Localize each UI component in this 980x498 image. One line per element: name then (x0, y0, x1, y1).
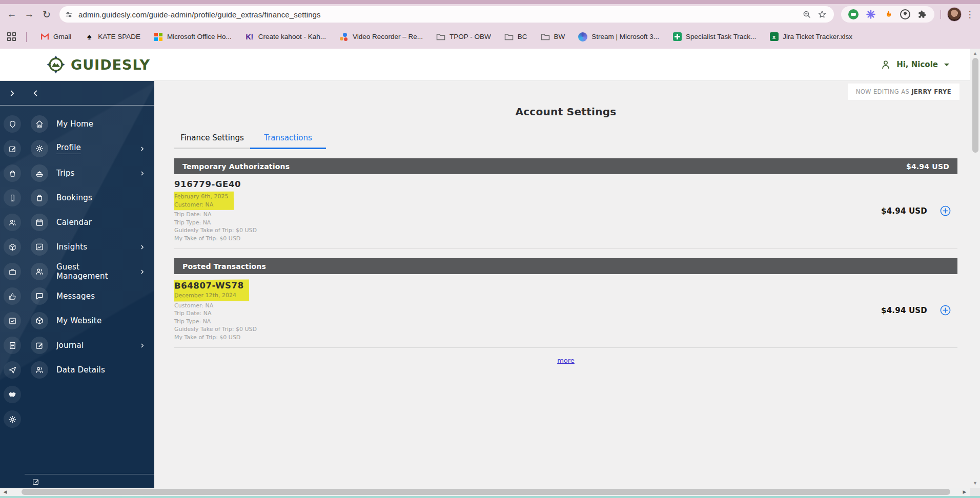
bookmark-item[interactable]: BW (541, 32, 565, 42)
folder-icon (504, 32, 514, 42)
asterisk-extension-icon[interactable] (866, 9, 876, 19)
expand-plus-icon[interactable] (940, 205, 951, 217)
chrome-menu-icon[interactable]: ⋮ (964, 9, 976, 20)
toolbar-separator (941, 10, 941, 19)
sidebar-item-profile[interactable]: Profile (25, 136, 154, 161)
address-bar[interactable]: admin.guidesly.com/guide-admin/profile/g… (59, 6, 834, 23)
horizontal-scrollbar[interactable]: ◀ ▶ (0, 488, 980, 496)
pencil-square-icon (31, 337, 48, 354)
back-icon[interactable]: ← (4, 7, 19, 22)
smartphone-icon[interactable] (3, 185, 22, 210)
zoom-search-icon[interactable] (802, 10, 811, 19)
site-info-icon[interactable] (65, 10, 73, 19)
sheets-icon (672, 32, 682, 42)
bookmark-item[interactable]: Stream | Microsoft 3... (578, 32, 659, 42)
puzzle-extensions-icon[interactable] (917, 10, 927, 19)
gear-icon[interactable] (3, 407, 22, 431)
more-link[interactable]: more (557, 357, 575, 364)
editing-as-badge: NOW EDITING ASJERRY FRYE (848, 84, 959, 100)
extensions-shelf (841, 6, 934, 23)
scroll-left-icon[interactable]: ◀ (0, 489, 10, 494)
sidebar-item-guest-management[interactable]: Guest Management (25, 259, 154, 284)
transaction-id: 916779-GE40 (174, 179, 241, 189)
scroll-right-icon[interactable]: ▶ (959, 489, 970, 494)
chart-icon (31, 238, 48, 256)
transaction-customer: Customer: NA (174, 200, 213, 209)
sidebar-bottom-item[interactable] (25, 474, 154, 488)
flame-extension-icon[interactable] (883, 10, 893, 19)
shopping-bag-icon[interactable] (3, 161, 22, 185)
transaction-guidesly-take: Guidesly Take of Trip: $0 USD (174, 226, 257, 235)
tab-transactions[interactable]: Transactions (250, 129, 326, 149)
paper-plane-icon[interactable] (3, 358, 22, 382)
bookmark-item[interactable]: x Jira Ticket Tracker.xlsx (769, 32, 852, 42)
url-text[interactable]: admin.guidesly.com/guide-admin/profile/g… (78, 10, 797, 19)
sidebar-item-my-website[interactable]: My Website (25, 308, 154, 333)
boat-icon (31, 164, 48, 182)
transaction-amount: $4.94 USD (881, 206, 927, 216)
chevron-right-icon (139, 146, 145, 152)
bookmark-item[interactable]: Gmail (40, 32, 71, 42)
bookmark-item[interactable]: K! Create kahoot - Kah... (245, 32, 326, 42)
briefcase-icon[interactable] (3, 259, 22, 284)
bookmark-item[interactable]: Specialist Task Track... (672, 32, 756, 42)
collapse-sidebar-icon[interactable] (32, 90, 39, 97)
apps-grid-icon[interactable] (7, 32, 16, 41)
page-title: Account Settings (174, 106, 957, 118)
expand-rail-icon[interactable] (0, 90, 25, 97)
scroll-down-icon[interactable]: ▼ (970, 479, 980, 488)
package-icon[interactable] (3, 235, 22, 259)
sidebar-item-bookings[interactable]: Bookings (25, 185, 154, 210)
bookmark-item[interactable]: Microsoft Office Ho... (154, 32, 232, 42)
transaction-trip-date: Trip Date: NA (174, 309, 211, 318)
user-menu[interactable]: Hi, Nicole (880, 59, 949, 70)
thumbs-up-icon[interactable] (3, 284, 22, 308)
section-header: Posted Transactions (174, 258, 957, 274)
bookmark-item[interactable]: TPOP - OBW (436, 32, 491, 42)
shield-icon[interactable] (3, 112, 22, 136)
tab-finance-settings[interactable]: Finance Settings (174, 129, 250, 149)
bookmark-item[interactable]: ♠ KATE SPADE (85, 32, 140, 42)
robot-extension-icon[interactable] (848, 9, 859, 19)
chevron-right-icon (139, 171, 145, 176)
users-icon[interactable] (3, 210, 22, 235)
chevron-down-icon (944, 64, 949, 66)
transaction-customer: Customer: NA (174, 302, 213, 310)
scroll-up-icon[interactable]: ▲ (970, 49, 980, 58)
vertical-scrollbar-thumb[interactable] (972, 58, 978, 153)
expand-plus-icon[interactable] (940, 304, 951, 316)
sidebar-item-journal[interactable]: Journal (25, 333, 154, 358)
chart-icon[interactable] (3, 308, 22, 333)
sidebar-item-my-home[interactable]: My Home (25, 112, 154, 136)
transaction-date: December 12th, 2024 (174, 292, 236, 300)
bookmark-item[interactable]: Video Recorder – Re... (339, 32, 423, 42)
browser-window: ← → ↻ admin.guidesly.com/guide-admin/pro… (0, 0, 980, 498)
pencil-square-icon[interactable] (3, 136, 22, 161)
home-icon (31, 115, 48, 133)
transaction-my-take: My Take of Trip: $0 USD (174, 334, 240, 342)
location-pin-extension-icon[interactable] (900, 9, 910, 19)
sidebar-item-trips[interactable]: Trips (25, 161, 154, 185)
sidebar-item-calendar[interactable]: Calendar (25, 210, 154, 235)
guidesly-logo[interactable]: GUIDESLY (46, 55, 150, 74)
sidebar-item-messages[interactable]: Messages (25, 284, 154, 308)
chevron-right-icon (139, 269, 145, 275)
bookmark-star-icon[interactable] (818, 10, 827, 19)
highlight-block: B64807-WS78 December 12th, 2024 (174, 280, 249, 301)
document-icon[interactable] (3, 333, 22, 358)
horizontal-scrollbar-thumb[interactable] (22, 489, 950, 495)
forward-icon[interactable]: → (22, 7, 37, 22)
section-amount: $4.94 USD (906, 162, 949, 171)
sidebar-item-insights[interactable]: Insights (25, 235, 154, 259)
calendar-icon (31, 214, 48, 231)
profile-avatar[interactable] (947, 7, 962, 22)
sidebar: My Home Profile Trips (0, 81, 154, 488)
vertical-scrollbar[interactable]: ▲ ▼ (970, 49, 980, 488)
sidebar-item-data-details[interactable]: Data Details (25, 358, 154, 382)
bookmark-item[interactable]: BC (504, 32, 527, 42)
reload-icon[interactable]: ↻ (39, 7, 54, 22)
sidebar-icon-rail (0, 106, 25, 488)
users-icon (31, 263, 48, 280)
microsoft-icon (154, 32, 163, 42)
handshake-icon[interactable] (3, 382, 22, 407)
